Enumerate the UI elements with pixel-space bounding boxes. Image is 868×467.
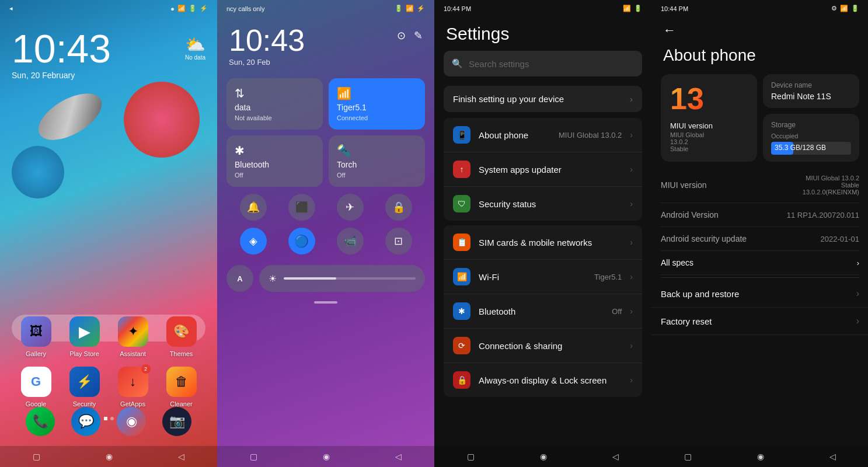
settings-time: 10:44 PM — [444, 5, 471, 12]
app-assistant[interactable]: ✦ Assistant — [118, 316, 148, 357]
settings-search-text: Search settings — [469, 59, 529, 69]
settings-nav-square[interactable]: ▢ — [467, 452, 475, 461]
app-google[interactable]: G Google — [21, 367, 51, 407]
storage-total: 128 GB — [802, 144, 826, 152]
data-icon: ⇅ — [235, 86, 315, 100]
cc-nav-circle[interactable]: ◉ — [323, 452, 330, 461]
about-factory-reset-item[interactable]: Factory reset › — [651, 308, 868, 335]
nav-bar-about: ▢ ◉ ◁ — [651, 446, 868, 467]
dock-bar: 📞 💬 ◉ 📷 — [0, 402, 217, 446]
weather-text: No data — [185, 54, 205, 61]
about-nav-back[interactable]: ◁ — [829, 452, 836, 461]
nav-back[interactable]: ◁ — [178, 452, 184, 461]
nav-square[interactable]: ▢ — [33, 452, 40, 461]
app-security[interactable]: ⚡ Security — [69, 367, 100, 407]
bluetooth-tile-title: Bluetooth — [235, 160, 315, 169]
cc-location-btn[interactable]: ◈ — [240, 228, 267, 255]
playstore-icon: ▶ — [69, 316, 100, 347]
cc-bolt-icon: ⚡ — [417, 5, 425, 12]
cc-video-btn[interactable]: 📹 — [337, 228, 364, 255]
about-gear-icon: ⚙ — [831, 5, 837, 12]
about-android-version-value: 11 RP1A.200720.011 — [787, 211, 859, 219]
blob-silver — [31, 84, 109, 149]
dock-phone[interactable]: 📞 — [26, 407, 55, 436]
cc-wifi-tile[interactable]: 📶 Tiger5.1 Connected — [329, 78, 425, 130]
settings-item-about[interactable]: 📱 About phone MIUI Global 13.0.2 › — [444, 118, 642, 152]
brightness-slider[interactable] — [284, 277, 416, 280]
miui-logo: 13 — [670, 83, 748, 114]
settings-connectivity-section: 📋 SIM cards & mobile networks › 📶 Wi-Fi … — [444, 225, 642, 397]
storage-occupied-label: Occupied — [771, 133, 851, 140]
display-label: Always-on display & Lock screen — [479, 375, 622, 385]
about-security-update-value: 2022-01-01 — [821, 235, 860, 243]
about-nav-circle[interactable]: ◉ — [757, 452, 764, 461]
cc-bluetooth-tile[interactable]: ✱ Bluetooth Off — [226, 135, 323, 187]
app-playstore[interactable]: ▶ Play Store — [69, 316, 100, 357]
sim-chevron-icon: › — [630, 238, 633, 247]
settings-nav-circle[interactable]: ◉ — [540, 452, 547, 461]
wifi-settings-label: Wi-Fi — [479, 272, 586, 282]
setup-banner-chevron: › — [630, 94, 633, 104]
cc-bell-btn[interactable]: 🔔 — [240, 194, 267, 221]
settings-item-bluetooth[interactable]: ✱ Bluetooth Off › — [444, 294, 642, 329]
cc-data-tile[interactable]: ⇅ data Not available — [226, 78, 323, 130]
cc-nav-square[interactable]: ▢ — [250, 452, 257, 461]
cc-brightness-bar[interactable]: ☀ — [259, 265, 425, 292]
app-gallery[interactable]: 🖼 Gallery — [21, 316, 51, 357]
settings-item-display[interactable]: 🔒 Always-on display & Lock screen › — [444, 363, 642, 397]
cleaner-icon: 🗑 — [166, 367, 197, 397]
cc-lock-btn[interactable]: 🔒 — [385, 194, 412, 221]
about-divider — [661, 277, 859, 278]
storage-card[interactable]: Storage Occupied 35.3 GB/128 GB — [763, 114, 859, 162]
app-themes[interactable]: 🎨 Themes — [166, 316, 197, 357]
cc-torch-tile[interactable]: 🔦 Torch Off — [329, 135, 425, 187]
wifi-settings-value: Tiger5.1 — [594, 273, 622, 281]
bluetooth-chevron-icon: › — [630, 306, 633, 316]
setup-banner[interactable]: Finish setting up your device › — [444, 86, 642, 112]
display-icon: 🔒 — [453, 371, 470, 389]
dock-camera[interactable]: 📷 — [162, 407, 191, 436]
data-tile-sub: Not available — [235, 114, 315, 121]
settings-item-sim[interactable]: 📋 SIM cards & mobile networks › — [444, 225, 642, 260]
settings-nav-back[interactable]: ◁ — [612, 452, 619, 461]
settings-item-wifi[interactable]: 📶 Wi-Fi Tiger5.1 › — [444, 260, 642, 294]
cc-screenlock-btn[interactable]: 🔵 — [288, 228, 315, 255]
settings-item-security-status[interactable]: 🛡 Security status › — [444, 187, 642, 221]
assistant-icon: ✦ — [118, 316, 148, 347]
about-backup-item[interactable]: Back up and restore › — [651, 280, 868, 308]
cc-text-a-btn[interactable]: A — [226, 265, 253, 292]
dock-chrome[interactable]: ◉ — [117, 407, 146, 436]
cc-scan-btn[interactable]: ⊡ — [385, 228, 412, 255]
app-getapps[interactable]: ↓ 2 GetApps — [118, 367, 148, 407]
about-all-specs-item[interactable]: All specs › — [661, 251, 859, 275]
about-security-update-label: Android security update — [661, 234, 747, 243]
wifi-settings-icon: 📶 — [453, 268, 470, 285]
getapps-icon: ↓ 2 — [118, 367, 148, 397]
sim-icon: 📋 — [453, 234, 470, 251]
status-bar-home: ◂ ● 📶 🔋 ⚡ — [0, 0, 217, 17]
cc-edit-icon[interactable]: ✎ — [414, 29, 423, 42]
about-nav-square[interactable]: ▢ — [684, 452, 692, 461]
cc-nav-back[interactable]: ◁ — [395, 452, 402, 461]
settings-page-title: Settings — [434, 17, 651, 51]
cc-status-bar: ncy calls only 🔋 📶 ⚡ — [217, 0, 434, 17]
miui-card[interactable]: 13 MIUI version MIUI Global 13.0.2 Stabl… — [661, 74, 757, 162]
cc-cast-btn[interactable]: ⬛ — [288, 194, 315, 221]
dock-messages[interactable]: 💬 — [71, 407, 100, 436]
app-cleaner[interactable]: 🗑 Cleaner — [166, 367, 197, 407]
cc-airplane-btn[interactable]: ✈ — [337, 194, 364, 221]
security-icon: ⚡ — [69, 367, 100, 397]
settings-search-bar[interactable]: 🔍 Search settings — [444, 51, 642, 76]
about-android-version-label: Android Version — [661, 210, 719, 219]
settings-item-updater[interactable]: ↑ System apps updater › — [444, 152, 642, 187]
cc-settings-icon[interactable]: ⊙ — [397, 29, 406, 42]
themes-icon: 🎨 — [166, 316, 197, 347]
about-time: 10:44 PM — [661, 5, 688, 12]
security-status-chevron-icon: › — [630, 199, 633, 208]
device-name-card[interactable]: Device name Redmi Note 11S — [763, 74, 859, 108]
about-back-button[interactable]: ← — [651, 17, 868, 44]
settings-item-connection[interactable]: ⟳ Connection & sharing › — [444, 329, 642, 363]
clock-time: 10:43 — [12, 29, 205, 68]
torch-tile-title: Torch — [337, 160, 417, 169]
nav-circle[interactable]: ◉ — [106, 452, 113, 461]
